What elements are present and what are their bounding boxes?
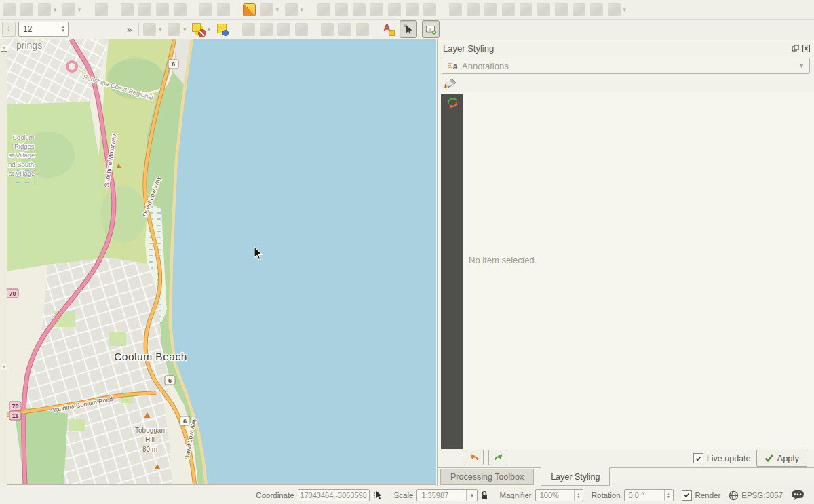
mouse-tracking-icon[interactable]: [372, 490, 383, 501]
toolbar-overflow-button[interactable]: »: [124, 23, 134, 36]
redo-icon: [493, 453, 503, 462]
osm-basemap: 6 6 6 70 70 11 prings Sunshine Coast Reg…: [7, 39, 436, 484]
save-layer-edits-icon[interactable]: [20, 3, 33, 16]
map-canvas[interactable]: 6 6 6 70 70 11 prings Sunshine Coast Reg…: [7, 39, 436, 485]
copy-features-icon[interactable]: [156, 3, 169, 16]
font-size-steppers[interactable]: [58, 22, 68, 36]
route-shield-label: 6: [172, 61, 175, 68]
redo-edit-icon[interactable]: [217, 3, 230, 16]
advanced-digitize-icon[interactable]: ▼: [62, 3, 82, 16]
labeling-options-icon[interactable]: [321, 23, 334, 36]
suburb-label: st Village: [9, 170, 35, 177]
create-text-annotation-tool-button[interactable]: T: [422, 20, 440, 38]
magnifier-label: Magnifier: [499, 491, 531, 499]
mini-stepper[interactable]: [2, 22, 16, 37]
rotation-spinbox[interactable]: 0.0 °: [624, 489, 674, 501]
route-shield-label: 70: [12, 403, 18, 410]
create-rectangle-annotation-icon[interactable]: [295, 23, 308, 36]
cut-features-icon[interactable]: [138, 3, 151, 16]
create-marker-annotation-icon[interactable]: [277, 23, 290, 36]
split-features-icon[interactable]: [370, 3, 383, 16]
measure-icon[interactable]: [243, 3, 256, 16]
magnifier-spinbox[interactable]: 100%: [535, 489, 583, 501]
delete-part-icon[interactable]: ▼: [608, 3, 627, 16]
layout-icon[interactable]: [95, 3, 108, 16]
reshape-features-icon[interactable]: [388, 3, 401, 16]
diagram-options-icon[interactable]: [338, 23, 351, 36]
redo-style-button[interactable]: [488, 450, 507, 465]
tab-processing-toolbox[interactable]: Processing Toolbox: [440, 469, 534, 485]
merge-attributes-icon[interactable]: [467, 3, 480, 16]
create-line-annotation-icon[interactable]: [260, 23, 273, 36]
rotation-steppers[interactable]: [664, 490, 673, 501]
select-annotation-tool-button[interactable]: [400, 20, 417, 38]
new-annotation-icon[interactable]: [216, 23, 229, 36]
layer-styling-panel: Layer Styling A Annotations ▼: [437, 39, 814, 486]
trim-extend-icon[interactable]: [520, 3, 532, 16]
add-part-icon[interactable]: [573, 3, 585, 16]
text-format-icon[interactable]: [382, 23, 395, 36]
rotation-value[interactable]: 0.0 °: [625, 490, 664, 501]
annotation-properties-icon[interactable]: ▼: [168, 23, 187, 36]
live-update-toggle[interactable]: Live update: [693, 453, 751, 463]
apply-label: Apply: [777, 453, 799, 463]
offset-curve-icon[interactable]: [406, 3, 419, 16]
delete-selected-icon[interactable]: [121, 3, 134, 16]
add-ring-icon[interactable]: [555, 3, 568, 16]
paste-features-icon[interactable]: [174, 3, 187, 16]
simplify-feature-icon[interactable]: [423, 3, 436, 16]
rotate-symbols-icon[interactable]: [484, 3, 497, 16]
render-toggle[interactable]: Render: [682, 490, 721, 501]
live-update-checkbox[interactable]: [693, 453, 703, 463]
coordinate-input[interactable]: 17043464,-3053598: [298, 489, 370, 501]
font-size-spinbox[interactable]: 12: [18, 22, 69, 37]
move-feature-icon[interactable]: [317, 3, 330, 16]
chevron-down-icon[interactable]: ▼: [466, 490, 477, 501]
scale-combo[interactable]: 1:35987 ▼: [416, 489, 478, 501]
scale-label: Scale: [394, 491, 414, 499]
park: [69, 419, 85, 431]
globe-crs-icon[interactable]: [729, 490, 739, 501]
annotations-layer-icon: A: [447, 61, 458, 71]
float-panel-icon[interactable]: [792, 45, 799, 52]
magnifier-value[interactable]: 100%: [536, 490, 574, 501]
vertex-tool-icon[interactable]: ▼: [285, 3, 305, 16]
route-shield-label: 6: [168, 377, 172, 384]
font-size-value[interactable]: 12: [19, 22, 58, 36]
lock-icon[interactable]: [480, 490, 488, 500]
digitize-dropdown-icon[interactable]: ▼: [38, 3, 58, 16]
toolbar-separator: [138, 22, 139, 36]
pin-labels-icon[interactable]: [356, 23, 369, 36]
apply-button[interactable]: Apply: [756, 450, 807, 467]
place-label-springs: prings: [16, 40, 42, 51]
rotate-feature-icon[interactable]: [335, 3, 348, 16]
magnifier-steppers[interactable]: [574, 490, 583, 501]
layer-selector-combo[interactable]: A Annotations ▼: [442, 58, 810, 74]
styling-tab-strip[interactable]: [441, 94, 463, 449]
undo-edit-icon[interactable]: [199, 3, 212, 16]
close-panel-icon[interactable]: [802, 45, 810, 52]
delete-ring-icon[interactable]: [590, 3, 603, 16]
select-annotation-dropdown-icon[interactable]: ▼: [143, 23, 163, 36]
roundabout: [67, 62, 77, 71]
empty-state-message: No item selected.: [469, 255, 537, 265]
suburb-label: Ridges: [14, 142, 35, 150]
hill-label: Toboggan: [135, 427, 165, 434]
scale-value[interactable]: 1:35987: [417, 490, 466, 501]
tab-layer-styling[interactable]: Layer Styling: [541, 467, 610, 486]
crs-indicator[interactable]: EPSG:3857: [741, 491, 783, 499]
create-polygon-annotation-icon[interactable]: [242, 23, 255, 36]
scale-feature-icon[interactable]: [353, 3, 366, 16]
messages-icon[interactable]: [791, 490, 805, 501]
render-checkbox[interactable]: [682, 490, 692, 501]
history-icon[interactable]: [446, 96, 459, 109]
undo-style-button[interactable]: [465, 450, 484, 465]
current-edits-icon[interactable]: [3, 3, 16, 16]
fill-ring-icon[interactable]: [537, 3, 550, 16]
annotation-layer-icon[interactable]: ▼: [192, 23, 212, 36]
offset-symbols-icon[interactable]: [502, 3, 515, 16]
add-feature-icon[interactable]: ▼: [260, 3, 280, 16]
symbology-brush-icon[interactable]: [444, 77, 457, 91]
merge-features-icon[interactable]: [449, 3, 462, 16]
svg-text:T: T: [429, 26, 432, 33]
